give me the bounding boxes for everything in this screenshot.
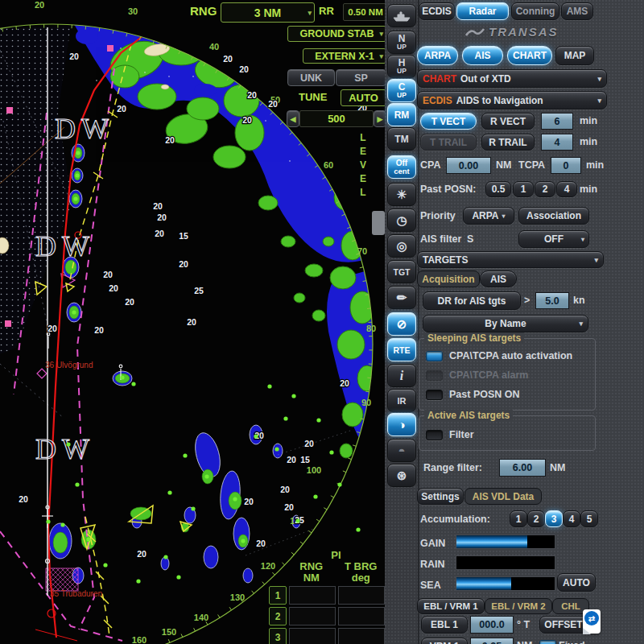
day-night-icon[interactable]: ◓ [387,439,416,462]
pi-row-number[interactable]: 1 [269,586,287,605]
rain-slider[interactable] [456,555,555,570]
accumulation-2[interactable]: 2 [527,510,545,527]
unk-button[interactable]: UNK [287,69,335,86]
acquisition-zone-icon[interactable]: ◎ [387,234,416,258]
past-posn-4[interactable]: 4 [556,181,577,197]
teamviewer-icon[interactable]: ⇄ [583,609,601,634]
sp-button[interactable]: SP [336,69,386,86]
cpa-tcpa-alarm-checkbox[interactable] [426,370,443,381]
chart-alert-dropdown[interactable]: CHART Out of XTD ▾ [417,69,607,88]
tab-ebl-vrm-2[interactable]: EBL / VRM 2 [485,598,552,614]
cpa-label: CPA [420,159,440,171]
past-posn-on-checkbox[interactable] [426,390,443,400]
chart-button[interactable]: CHART [507,46,552,65]
accumulation-3[interactable]: 3 [545,510,563,527]
settings-globe-icon[interactable]: ⊛ [387,464,416,487]
pi-brg-cell[interactable] [338,607,385,625]
head-up-button[interactable]: HUP [387,55,416,78]
cpa-field[interactable]: 0.00 [446,157,491,174]
cpa-tcpa-auto-activation-checkbox[interactable] [426,351,443,361]
offset-button[interactable]: OFFSET [539,616,588,634]
past-posn-0.5[interactable]: 0.5 [485,181,511,197]
range-filter-field[interactable]: 6.00 [499,459,546,477]
pi-brg-cell[interactable] [338,628,385,644]
vrm-fixed-checkbox[interactable] [539,640,556,644]
auto-gain-button[interactable]: AUTO [557,573,596,592]
tab-acquisition[interactable]: Acquisition [417,270,480,287]
map-button[interactable]: MAP [555,46,594,65]
tab-ais-targets[interactable]: AIS [480,270,517,287]
vrm1-button[interactable]: VRM 1 [421,638,468,644]
north-up-button[interactable]: NUP [387,31,416,54]
arpa-button[interactable]: ARPA [417,46,458,65]
timer-icon[interactable]: ◷ [387,208,416,232]
chevron-down-icon: ▾ [502,213,506,220]
interference-rejection-button[interactable]: IR [387,389,416,412]
stabilization-select[interactable]: GROUND STAB ▾ [287,26,386,42]
off-center-button[interactable]: Offcent [387,155,416,179]
level-label: LEVEL [357,132,369,200]
ais-filter-mode[interactable]: S [467,233,473,245]
target-button[interactable]: TGT [387,260,416,283]
transceiver-select[interactable]: EXTERN X-1 ▾ [303,48,386,64]
accumulation-4[interactable]: 4 [563,510,580,527]
chart-display-icon[interactable]: ⊘ [387,312,416,336]
tab-ebl-vrm-1[interactable]: EBL / VRM 1 [417,598,485,614]
tab-ais-vdl-data[interactable]: AIS VDL Data [464,488,542,505]
accumulation-1[interactable]: 1 [510,510,527,527]
course-up-button[interactable]: CUP [387,79,416,102]
tab-radar[interactable]: Radar [456,2,509,20]
ebl1-bearing-field[interactable]: 000.0 [470,616,514,634]
vector-time-field[interactable]: 6 [541,113,573,130]
association-button[interactable]: Association [518,207,589,225]
relative-motion-button[interactable]: RM [387,103,416,126]
pi-brg-cell[interactable] [338,586,385,605]
trail-time-field[interactable]: 4 [541,134,573,151]
pi-row: 3 [269,628,386,644]
panel-brightness-icon[interactable]: ☀ [387,183,416,206]
sort-by-select[interactable]: By Name ▾ [423,315,588,332]
filter-checkbox[interactable] [426,430,443,440]
relative-vector-button[interactable]: R VECT [481,113,535,130]
priority-select[interactable]: ARPA ▾ [463,207,514,225]
tune-decrease-button[interactable]: ◀ [287,110,299,127]
pi-rng-cell[interactable] [289,628,336,644]
info-button[interactable]: i [387,364,416,387]
route-button[interactable]: RTE [387,338,416,361]
true-vector-button[interactable]: T VECT [420,113,477,130]
vrm1-range-field[interactable]: 0.25 [470,638,514,644]
brilliance-icon[interactable]: ◑ [387,413,416,436]
tune-auto-button[interactable]: AUTO [341,89,386,106]
tab-settings[interactable]: Settings [417,488,464,505]
past-posn-2[interactable]: 2 [535,181,555,197]
true-motion-button[interactable]: TM [387,127,416,151]
ais-filter-select[interactable]: OFF ▾ [518,230,589,248]
gain-slider[interactable] [456,535,555,549]
relative-trail-button[interactable]: R TRAIL [481,134,535,151]
ais-button[interactable]: AIS [462,46,503,65]
past-posn-1[interactable]: 1 [513,181,534,197]
tab-ams[interactable]: AMS [561,2,593,20]
pi-row-number[interactable]: 2 [269,607,287,625]
targets-header-dropdown[interactable]: TARGETS ▾ [417,251,604,268]
trails-icon[interactable]: ✏ [387,286,416,309]
ecdis-alert-dropdown[interactable]: ECDIS AIDS to Navigation ▾ [417,91,607,109]
pi-row-number[interactable]: 3 [269,628,287,644]
range-select[interactable]: 3 NM ▾ [221,2,315,23]
vector-time-unit: min [580,115,597,126]
sea-slider[interactable] [456,576,555,591]
accumulation-5[interactable]: 5 [580,510,598,527]
pi-rng-cell[interactable] [289,586,336,605]
tab-ecdis[interactable]: ECDIS [419,2,455,20]
ebl1-button[interactable]: EBL 1 [421,616,468,634]
dr-ais-button[interactable]: DR for AIS tgts [423,291,521,310]
tcpa-field[interactable]: 0 [551,157,581,174]
scroll-tab[interactable] [372,211,385,235]
true-trail-button[interactable]: T TRAIL [420,134,477,151]
ship-icon[interactable] [387,4,416,27]
transas-logo: TRANSAS [464,25,559,39]
dr-speed-field[interactable]: 5.0 [535,292,569,309]
pi-rng-cell[interactable] [289,607,336,625]
dr-speed-unit: kn [573,295,585,306]
tab-conning[interactable]: Conning [511,2,559,20]
